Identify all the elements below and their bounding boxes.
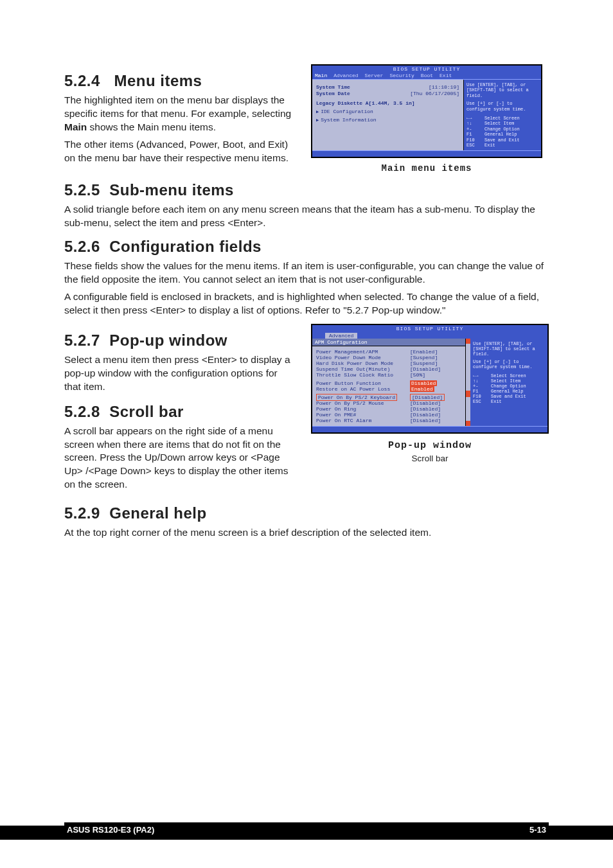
apm-label: Hard Disk Power Down Mode (316, 360, 406, 366)
bios2-help2: Use [+] or [-] to configure system time. (473, 359, 545, 369)
tab-server: Server (365, 73, 384, 78)
para-526-2: A configurable field is enclosed in brac… (64, 290, 549, 317)
apm-row: Power Management/APM[Enabled] (316, 349, 461, 355)
apm-row: Restore on AC Power LossEnabled (316, 386, 461, 392)
scroll-up-icon (466, 339, 470, 344)
heading-525: 5.2.5 Sub-menu items (64, 181, 549, 199)
caption-popup: Pop-up window (311, 440, 549, 451)
apm-label: Power On By PS/2 Keyboard (316, 394, 406, 400)
apm-value: [Suspend] (410, 360, 438, 366)
tab-main: Main (315, 73, 327, 78)
apm-row: Power On By PS/2 Keyboard[Disabled] (316, 394, 461, 400)
para-524-1: The highlighted item on the menu bar dis… (64, 94, 296, 134)
apm-label: Suspend Time Out(Minute) (316, 366, 406, 372)
apm-row: Hard Disk Power Down Mode[Suspend] (316, 360, 461, 366)
apm-label: Power On By PS/2 Mouse (316, 400, 406, 406)
bios-date-value: [Thu 06/17/2005] (410, 91, 459, 96)
apm-value: [Disabled] (410, 406, 441, 412)
bios2-help1: Use [ENTER], [TAB], or [SHIFT-TAB] to se… (473, 341, 545, 357)
apm-value: [Suspend] (410, 355, 438, 360)
caption-main-menu: Main menu items (311, 163, 542, 173)
apm-value: [Disabled] (410, 400, 441, 406)
bios-date-label: System Date (316, 91, 350, 96)
bios2-tab: Advanced (325, 333, 357, 339)
para-524-2: The other items (Advanced, Power, Boot, … (64, 138, 296, 165)
tab-exit: Exit (440, 73, 452, 78)
bios-ide: IDE Configuration (316, 109, 459, 114)
bios-keys: ←→Select Screen ↑↓Select Item +-Change O… (466, 116, 538, 148)
apm-value: [Enabled] (410, 349, 438, 355)
apm-row: Power On RTC Alarm[Disabled] (316, 418, 461, 423)
apm-label: Power Management/APM (316, 349, 406, 355)
apm-row: Power On Ring[Disabled] (316, 406, 461, 412)
bios2-help-panel: Use [ENTER], [TAB], or [SHIFT-TAB] to se… (470, 339, 547, 426)
bios-apm-screenshot: BIOS SETUP UTILITY Advanced APM Configur… (311, 324, 549, 434)
title: Menu items (114, 72, 202, 89)
apm-row: Power Button FunctionDisabled (316, 380, 461, 386)
scroll-down-icon (466, 421, 470, 426)
apm-value: Enabled (410, 386, 434, 392)
page-footer: ASUS RS120-E3 (PA2) 5-13 (64, 822, 549, 836)
apm-row: Suspend Time Out(Minute)[Disabled] (316, 366, 461, 372)
para-527-1: Select a menu item then press <Enter> to… (64, 353, 296, 394)
tab-advanced: Advanced (333, 73, 358, 78)
footer-right: 5-13 (527, 825, 549, 835)
bios-sysinfo: System Information (316, 117, 459, 123)
tab-boot: Boot (421, 73, 433, 78)
bios-main-screenshot: BIOS SETUP UTILITY Main Advanced Server … (311, 64, 542, 158)
scroll-thumb (466, 391, 470, 397)
heading-529: 5.2.9 General help (64, 504, 549, 522)
apm-value: [50%] (410, 372, 425, 378)
apm-label: Power On PME# (316, 412, 406, 418)
apm-label: Power On Ring (316, 406, 406, 412)
apm-value: [Disabled] (410, 418, 441, 423)
para-528-1: A scroll bar appears on the right side o… (64, 425, 296, 492)
bios-help-panel: Use [ENTER], [TAB], or [SHIFT-TAB] to se… (464, 80, 541, 150)
apm-row: Throttle Slow Clock Ratio[50%] (316, 372, 461, 378)
apm-value: Disabled (410, 380, 437, 386)
bios-diskette: Legacy Diskette A[1.44M, 3.5 in] (316, 100, 415, 106)
tab-security: Security (389, 73, 414, 78)
apm-label: Restore on AC Power Loss (316, 386, 406, 392)
bios-time-value: [11:10:19] (429, 84, 459, 90)
bios-time-label: System Time (316, 84, 350, 90)
apm-row: Video Power Down Mode[Suspend] (316, 355, 461, 360)
heading-524: 5.2.4 Menu items (64, 72, 296, 90)
apm-row: Power On PME#[Disabled] (316, 412, 461, 418)
para-525-1: A solid triangle before each item on any… (64, 203, 549, 230)
apm-label: Power On RTC Alarm (316, 418, 406, 423)
bios2-keys: ←→Select Screen ↑↓Select Item +-Change O… (473, 373, 545, 404)
bios-tabs: Main Advanced Server Security Boot Exit (312, 73, 541, 79)
para-529-1: At the top right corner of the menu scre… (64, 526, 549, 540)
heading-527: 5.2.7 Pop-up window (64, 332, 296, 350)
apm-value: [Disabled] (410, 366, 441, 372)
apm-row: Power On By PS/2 Mouse[Disabled] (316, 400, 461, 406)
bios-help2: Use [+] or [-] to configure system time. (466, 101, 538, 112)
apm-label: Throttle Slow Clock Ratio (316, 372, 406, 378)
bios-title: BIOS SETUP UTILITY (312, 66, 541, 73)
apm-label: Power Button Function (316, 380, 406, 386)
apm-value: [Disabled] (410, 412, 441, 418)
bios2-title: BIOS SETUP UTILITY (312, 325, 547, 332)
apm-value: [Disabled] (410, 394, 445, 400)
bios-help1: Use [ENTER], [TAB], or [SHIFT-TAB] to se… (466, 82, 538, 98)
footer-left: ASUS RS120-E3 (PA2) (64, 825, 157, 835)
para-526-1: These fields show the values for the men… (64, 260, 549, 287)
apm-header: APM Configuration (312, 339, 465, 346)
apm-label: Video Power Down Mode (316, 355, 406, 360)
caption-scroll: Scroll bar (311, 454, 549, 463)
bios-scrollbar (465, 339, 470, 426)
num: 5.2.4 (64, 72, 100, 89)
heading-528: 5.2.8 Scroll bar (64, 403, 296, 421)
heading-526: 5.2.6 Configuration fields (64, 238, 549, 256)
